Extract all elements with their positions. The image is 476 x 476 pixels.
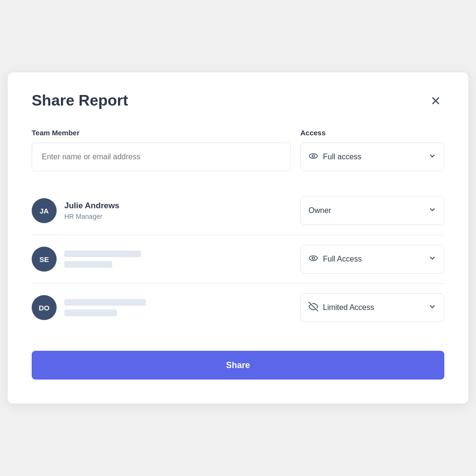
member-row: JA Julie Andrews HR Manager Owner	[32, 187, 444, 235]
eye-off-icon	[309, 302, 318, 314]
member-access-select-wrapper: Full Access	[300, 245, 444, 274]
modal-header: Share Report	[32, 92, 444, 109]
member-row: DO Limited Access	[32, 284, 444, 332]
member-access-select-inner: Limited Access	[309, 302, 424, 314]
member-access-label: Owner	[309, 206, 331, 215]
skeleton-line	[64, 309, 117, 316]
avatar: SE	[32, 247, 57, 272]
input-access-label: Full access	[323, 153, 361, 161]
close-button[interactable]	[427, 92, 444, 109]
member-access-select[interactable]: Limited Access	[300, 293, 444, 322]
svg-point-3	[312, 257, 315, 259]
input-access-select[interactable]: Full access	[300, 143, 444, 171]
skeleton-line	[64, 299, 146, 306]
share-report-modal: Share Report Team Member Access	[8, 72, 468, 404]
member-access-select-wrapper: Owner	[300, 196, 444, 225]
member-role: HR Manager	[64, 213, 119, 220]
column-headers: Team Member Access	[32, 129, 444, 137]
member-name: Julie Andrews	[64, 201, 119, 211]
member-name-input[interactable]	[32, 143, 291, 171]
svg-point-0	[309, 154, 318, 158]
member-access-label: Full Access	[323, 255, 362, 263]
share-button[interactable]: Share	[32, 351, 444, 380]
avatar: JA	[32, 198, 57, 223]
skeleton-line	[64, 261, 112, 268]
eye-icon	[309, 151, 318, 163]
skeleton-member-details	[64, 299, 146, 316]
add-member-row: Full access	[32, 143, 444, 171]
member-access-select-wrapper: Limited Access	[300, 293, 444, 322]
chevron-down-icon	[428, 206, 436, 215]
team-member-column-header: Team Member	[32, 129, 291, 137]
skeleton-line	[64, 250, 141, 257]
modal-title: Share Report	[32, 92, 128, 109]
input-access-select-inner: Full access	[309, 151, 424, 163]
skeleton-member-details	[64, 250, 141, 268]
svg-point-1	[312, 155, 315, 157]
chevron-down-icon	[428, 152, 436, 162]
access-column-header: Access	[300, 129, 444, 137]
member-access-select[interactable]: Owner	[300, 196, 444, 225]
close-icon	[430, 95, 441, 107]
member-info: DO	[32, 295, 291, 320]
input-access-select-wrapper: Full access	[300, 143, 444, 171]
member-row: SE Full Access	[32, 235, 444, 284]
chevron-down-icon	[428, 254, 436, 264]
chevron-down-icon	[428, 303, 436, 312]
member-info: SE	[32, 247, 291, 272]
avatar: DO	[32, 295, 57, 320]
member-access-select-inner: Owner	[309, 206, 424, 215]
member-access-select[interactable]: Full Access	[300, 245, 444, 274]
svg-point-2	[309, 256, 318, 261]
eye-icon	[309, 253, 318, 265]
member-info: JA Julie Andrews HR Manager	[32, 198, 291, 223]
member-access-label: Limited Access	[323, 303, 374, 312]
member-access-select-inner: Full Access	[309, 253, 424, 265]
member-details: Julie Andrews HR Manager	[64, 201, 119, 220]
